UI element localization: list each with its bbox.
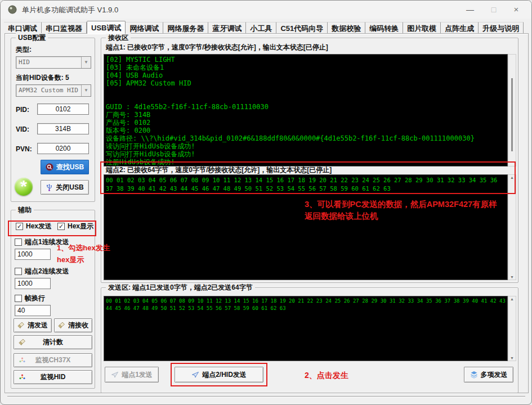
tab-image-mode[interactable]: 图片取模: [403, 22, 441, 34]
annotation-line: 返回数据给该上位机: [305, 210, 497, 222]
monitor-hid-button[interactable]: 监视HID: [14, 370, 92, 384]
tab-encoding-convert[interactable]: 编码转换: [365, 22, 403, 34]
checkbox-check-icon: ✓: [57, 223, 65, 230]
multi-send-label: 多项发送: [481, 370, 508, 380]
minimize-button[interactable]: —: [461, 3, 480, 16]
annotation-line: 1、勾选hex发生: [57, 242, 110, 254]
scroll-up-icon[interactable]: ▲: [508, 176, 516, 179]
send-plane-icon: [191, 371, 199, 378]
close-button[interactable]: ×: [507, 3, 526, 16]
usb-config-title: USB配置: [16, 33, 48, 43]
usb-icon: [46, 183, 53, 191]
frame-wrap-checkbox[interactable]: 帧换行: [15, 294, 45, 303]
close-usb-button[interactable]: 关闭USB: [41, 180, 89, 195]
send-terminal-scrollbar[interactable]: ▲ ▼: [508, 296, 516, 361]
annotation-note1: 1、勾选hex发生 hex显示: [57, 242, 110, 266]
pvn-label: PVN:: [16, 145, 32, 153]
terminal-text: 00 01 02 03 04 05 06 07 08 09 10 11 12 1…: [104, 296, 507, 313]
checkbox-check-icon: ✓: [16, 223, 23, 230]
send-plane-icon: [111, 371, 119, 378]
vid-label: VID:: [16, 125, 29, 133]
clear-receive-label: 清接收: [68, 321, 88, 330]
ep1-status: 端点1: 已接收0字节，速度0字节/秒接收状态[允许]，输出文本状态[已停止]: [106, 43, 328, 52]
ep2-terminal-scrollbar[interactable]: ▲ ▼: [508, 174, 516, 280]
ep2-interval-field[interactable]: [15, 278, 51, 289]
search-icon: [46, 163, 53, 171]
vid-field[interactable]: [37, 123, 89, 134]
usb-config-group: USB配置 类型: HID ▼ 当前HID设备数: 5 APM32 Custom…: [11, 38, 95, 202]
clear-count-button[interactable]: 清计数: [14, 335, 92, 349]
find-usb-button[interactable]: 查找USB: [41, 160, 89, 174]
pid-label: PID:: [16, 106, 29, 114]
aux-group: 辅助 ✓ Hex发送 ✓ Hex显示 端点1连续发送 端点2连续发送 帧换行: [11, 210, 95, 389]
app-icon: [8, 5, 17, 14]
frame-wrap-field[interactable]: [15, 305, 51, 316]
ep2-continuous-checkbox[interactable]: 端点2连续发送: [15, 267, 69, 276]
tab-usb-debug[interactable]: USB调试: [87, 21, 126, 34]
pid-field[interactable]: [37, 104, 89, 115]
ep1-send-button[interactable]: 端点1发送: [105, 367, 159, 382]
annotation-line: hex显示: [57, 254, 110, 266]
ep2-hid-send-button[interactable]: 端点2/HID发送: [175, 367, 263, 382]
bottom-divider: [7, 396, 525, 397]
scrollbar-thumb[interactable]: [511, 78, 513, 151]
type-label: 类型:: [16, 45, 32, 55]
ep1-terminal-scrollbar[interactable]: [508, 54, 516, 166]
chevron-down-icon: ▼: [81, 85, 91, 96]
spark-icon: [19, 374, 26, 381]
tab-network-server[interactable]: 网络服务器: [163, 22, 208, 34]
send-terminal[interactable]: 00 01 02 03 04 05 06 07 08 09 10 11 12 1…: [104, 296, 508, 361]
monitor-ch37x-label: 监视CH37X: [35, 356, 71, 365]
tab-network-debug[interactable]: 网络调试: [126, 22, 163, 34]
receive-title: 接收区: [106, 33, 131, 43]
checkbox-empty-icon: [15, 268, 22, 275]
device-dropdown[interactable]: APM32 Custom HID ▼: [16, 84, 91, 97]
clear-receive-button[interactable]: 清接收: [54, 318, 92, 332]
monitor-ch37x-button[interactable]: 监视CH37X: [14, 353, 92, 367]
scroll-up-icon[interactable]: ▲: [508, 297, 516, 301]
spark-icon: [19, 357, 26, 364]
window-title: 单片机多功能调试助手 V1.9.0: [22, 5, 118, 15]
device-dropdown-value: APM32 Custom HID: [19, 87, 78, 94]
close-usb-label: 关闭USB: [56, 183, 83, 192]
terminal-text: [02] MYSTIC LIGHT [03] 未命名设备1 [04] USB A…: [104, 55, 507, 166]
title-bar: 单片机多功能调试助手 V1.9.0 — □ ×: [1, 1, 531, 19]
scroll-down-icon[interactable]: ▼: [508, 275, 516, 279]
tab-bar: 串口调试 串口监视器 USB调试 网络调试 网络服务器 蓝牙调试 小工具 C51…: [4, 21, 529, 34]
tab-bluetooth-debug[interactable]: 蓝牙调试: [208, 22, 246, 34]
ep2-status: 端点2: 已接收64字节，速度0字节/秒接收状态[允许]，输出文本状态[已停止]: [106, 165, 332, 175]
tab-tools[interactable]: 小工具: [246, 22, 276, 34]
brush-icon: [17, 322, 25, 329]
brush-icon: [58, 322, 65, 329]
app-window: 单片机多功能调试助手 V1.9.0 — □ × 串口调试 串口监视器 USB调试…: [0, 0, 532, 405]
type-dropdown[interactable]: HID ▼: [16, 56, 91, 69]
clear-send-button[interactable]: 清发送: [14, 318, 52, 332]
ep1-send-label: 端点1发送: [122, 370, 153, 380]
annotation-note3: 3、可以看到PC发送的数据，然后APM32F427有原样 返回数据给该上位机: [305, 199, 497, 222]
scroll-down-icon[interactable]: ▼: [508, 356, 516, 360]
tab-dot-matrix[interactable]: 点阵生成: [441, 22, 479, 34]
tab-serial-monitor[interactable]: 串口监视器: [42, 22, 87, 34]
frame-wrap-label: 帧换行: [25, 294, 45, 303]
hex-send-label: Hex发送: [26, 222, 52, 231]
receive-terminal-ep2[interactable]: 00 01 02 03 04 05 06 07 08 09 10 11 12 1…: [104, 174, 508, 280]
ep2-hid-send-label: 端点2/HID发送: [202, 370, 247, 380]
pvn-field[interactable]: [37, 143, 89, 154]
receive-terminal-ep1[interactable]: [02] MYSTIC LIGHT [03] 未命名设备1 [04] USB A…: [104, 54, 508, 166]
ep1-interval-field[interactable]: [15, 249, 51, 260]
checkbox-empty-icon: [15, 295, 22, 302]
monitor-hid-label: 监视HID: [41, 372, 66, 382]
tab-data-checksum[interactable]: 数据校验: [328, 22, 365, 34]
hex-send-checkbox[interactable]: ✓ Hex发送: [16, 222, 52, 231]
layers-icon: [470, 371, 478, 379]
brush-icon: [19, 339, 26, 346]
maximize-button[interactable]: □: [484, 3, 503, 16]
multi-send-button[interactable]: 多项发送: [464, 367, 513, 382]
aux-title: 辅助: [16, 205, 34, 215]
hex-display-checkbox[interactable]: ✓ Hex显示: [57, 222, 93, 231]
hex-display-label: Hex显示: [68, 222, 93, 231]
tab-serial-debug[interactable]: 串口调试: [4, 22, 42, 34]
tab-upgrade-info[interactable]: 升级与说明: [479, 22, 524, 34]
tab-c51-wizard[interactable]: C51代码向导: [276, 22, 328, 34]
terminal-text: 00 01 02 03 04 05 06 07 08 09 10 11 12 1…: [104, 175, 507, 194]
